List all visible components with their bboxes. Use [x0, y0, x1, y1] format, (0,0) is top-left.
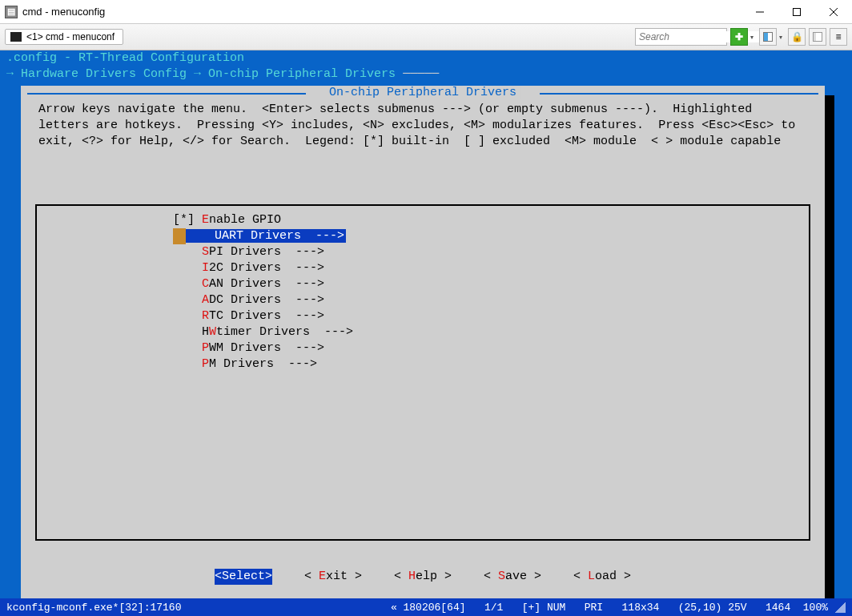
- menu-frame: [*] Enable GPIO UART Drivers ---> SPI Dr…: [35, 204, 810, 541]
- select-button[interactable]: <Select>: [215, 569, 272, 585]
- tab-label: <1> cmd - menuconf: [26, 31, 115, 42]
- search-box[interactable]: [635, 28, 727, 46]
- maximize-icon: [793, 8, 801, 16]
- svg-rect-1: [794, 8, 801, 15]
- split-icon: [763, 32, 773, 42]
- menu-item[interactable]: PM Drivers --->: [173, 356, 353, 372]
- exit-button[interactable]: < Exit >: [304, 569, 362, 585]
- hamburger-icon: ≡: [835, 31, 841, 42]
- shadow: [823, 95, 834, 598]
- panel-title-row: On-chip Peripheral Drivers: [21, 86, 825, 102]
- window-title: cmd - menuconfig: [22, 6, 105, 18]
- status-right: « 180206[64] 1/1 [+] NUM PRI 118x34 (25,…: [391, 602, 828, 614]
- menu-item[interactable]: RTC Drivers --->: [173, 308, 353, 324]
- save-button[interactable]: < Save >: [484, 569, 541, 585]
- menu-item[interactable]: CAN Drivers --->: [173, 276, 353, 292]
- menu-item[interactable]: HWtimer Drivers --->: [173, 324, 353, 340]
- lock-button[interactable]: 🔒: [788, 28, 806, 46]
- split-dropdown[interactable]: ▾: [777, 34, 785, 41]
- button-row: <Select> < Exit > < Help > < Save > < Lo…: [21, 569, 825, 585]
- new-tab-dropdown[interactable]: ▾: [748, 34, 756, 41]
- help-button[interactable]: < Help >: [394, 569, 452, 585]
- statusbar: kconfig-mconf.exe*[32]:17160 « 180206[64…: [0, 598, 852, 616]
- terminal-tab[interactable]: <1> cmd - menuconf: [5, 29, 123, 45]
- minimize-button[interactable]: [741, 0, 778, 24]
- close-icon: [830, 8, 838, 16]
- minimize-icon: [756, 8, 764, 16]
- status-left: kconfig-mconf.exe*[32]:17160: [6, 602, 181, 614]
- menuconfig-panel: On-chip Peripheral Drivers Arrow keys na…: [21, 86, 825, 598]
- titlebar: ▤ cmd - menuconfig: [0, 0, 852, 24]
- panel-button[interactable]: [809, 28, 826, 46]
- toolbar: <1> cmd - menuconf ✚ ▾ ▾ 🔒 ≡: [0, 24, 852, 50]
- menu-item[interactable]: I2C Drivers --->: [173, 260, 353, 276]
- menu-item[interactable]: ADC Drivers --->: [173, 292, 353, 308]
- close-button[interactable]: [815, 0, 852, 24]
- lock-icon: 🔒: [791, 31, 803, 42]
- menu-button[interactable]: ≡: [830, 28, 847, 46]
- menu-item[interactable]: [*] Enable GPIO: [173, 212, 353, 228]
- split-button[interactable]: [759, 28, 777, 46]
- terminal[interactable]: .config - RT-Thread Configuration → Hard…: [0, 50, 852, 598]
- plus-icon: ✚: [735, 31, 743, 42]
- panel-icon: [813, 32, 822, 42]
- terminal-icon: [10, 32, 22, 42]
- menu-item[interactable]: PWM Drivers --->: [173, 340, 353, 356]
- app-icon: ▤: [5, 6, 18, 18]
- breadcrumb: → Hardware Drivers Config → On-chip Peri…: [0, 66, 852, 83]
- maximize-button[interactable]: [778, 0, 815, 24]
- menu-item[interactable]: UART Drivers --->: [173, 228, 346, 244]
- menu-list[interactable]: [*] Enable GPIO UART Drivers ---> SPI Dr…: [173, 212, 353, 372]
- config-path: .config - RT-Thread Configuration: [6, 51, 244, 65]
- new-tab-button[interactable]: ✚: [730, 28, 748, 46]
- menu-item[interactable]: SPI Drivers --->: [173, 244, 353, 260]
- help-text: Arrow keys navigate the menu. <Enter> se…: [21, 102, 825, 150]
- load-button[interactable]: < Load >: [573, 569, 631, 585]
- panel-title: On-chip Peripheral Drivers: [324, 86, 521, 99]
- resize-grip-icon[interactable]: [834, 602, 846, 613]
